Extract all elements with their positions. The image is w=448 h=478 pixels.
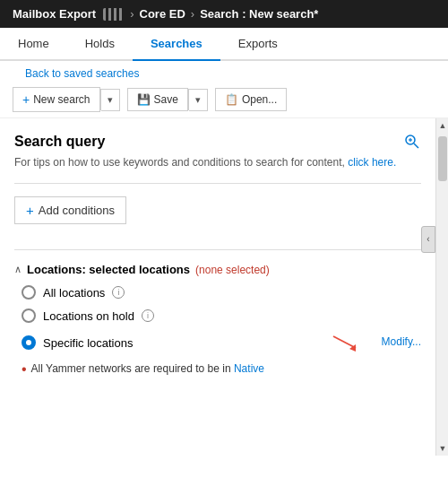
main-area: Search query For tips on how to use keyw… xyxy=(0,118,448,456)
radio-label-specific: Specific locations xyxy=(43,336,133,350)
search-query-title: Search query xyxy=(14,134,105,150)
radio-specific-locations[interactable]: Specific locations Modify... xyxy=(14,332,421,353)
radio-circle-specific[interactable] xyxy=(22,335,36,350)
native-link[interactable]: Native xyxy=(234,362,264,375)
native-notice-text: All Yammer networks are required to be i… xyxy=(31,362,264,375)
svg-line-4 xyxy=(333,336,356,348)
subtitle-text: For tips on how to use keywords and cond… xyxy=(14,156,345,169)
back-link[interactable]: Back to saved searches xyxy=(13,60,151,87)
open-label: Open... xyxy=(242,93,277,106)
breadcrumb-bar: Mailbox Export › Core ED › Search : New … xyxy=(0,0,448,28)
native-notice: • All Yammer networks are required to be… xyxy=(14,362,421,377)
breadcrumb-part3: Search : New search* xyxy=(200,7,318,21)
plus-icon: + xyxy=(22,92,30,107)
modify-arrow-indicator xyxy=(324,332,378,353)
divider1 xyxy=(14,183,421,184)
add-conditions-label: Add conditions xyxy=(39,204,115,217)
scroll-down-arrow[interactable]: ▼ xyxy=(436,441,448,456)
new-search-label: New search xyxy=(33,93,90,106)
scroll-thumb[interactable] xyxy=(438,136,447,181)
tab-holds[interactable]: Holds xyxy=(67,28,133,61)
info-icon-all[interactable]: i xyxy=(112,286,125,299)
new-search-dropdown[interactable]: ▾ xyxy=(101,89,120,111)
radio-item-right: Modify... xyxy=(324,332,421,353)
section-subtitle: For tips on how to use keywords and cond… xyxy=(14,154,421,170)
section-title: Search query xyxy=(14,133,421,151)
breadcrumb-part2: Core ED xyxy=(140,7,185,21)
content-panel: Search query For tips on how to use keyw… xyxy=(0,118,435,456)
radio-label-all: All locations xyxy=(43,286,105,300)
locations-status: (none selected) xyxy=(195,264,270,276)
toolbar: + New search ▾ 💾 Save ▾ 📋 Open... xyxy=(0,82,448,118)
bullet-icon: • xyxy=(22,362,27,377)
add-conditions-plus-icon: + xyxy=(26,203,34,218)
breadcrumb-part1: Mailbox Export xyxy=(13,7,96,21)
add-conditions-button[interactable]: + Add conditions xyxy=(14,196,126,224)
scroll-up-arrow[interactable]: ▲ xyxy=(436,118,448,133)
radio-circle-hold[interactable] xyxy=(22,309,36,323)
tab-home[interactable]: Home xyxy=(0,28,67,61)
locations-chevron-icon[interactable]: ∧ xyxy=(14,264,22,275)
query-settings-icon[interactable] xyxy=(403,133,421,151)
locations-title: Locations: selected locations xyxy=(27,263,190,276)
svg-line-1 xyxy=(414,143,418,148)
save-icon: 💾 xyxy=(137,93,151,106)
tab-searches[interactable]: Searches xyxy=(133,28,220,61)
open-icon: 📋 xyxy=(225,93,238,106)
info-icon-hold[interactable]: i xyxy=(142,309,154,322)
scrollbar[interactable]: ▲ ▼ xyxy=(435,118,448,456)
radio-all-locations[interactable]: All locations i xyxy=(14,285,421,300)
radio-label-hold: Locations on hold xyxy=(43,309,134,323)
radio-circle-all[interactable] xyxy=(22,285,36,300)
breadcrumb-icon xyxy=(103,8,123,21)
save-label: Save xyxy=(154,93,178,106)
locations-header: ∧ Locations: selected locations (none se… xyxy=(14,263,421,276)
collapse-panel-button[interactable]: ‹ xyxy=(421,226,435,253)
new-search-button[interactable]: + New search xyxy=(13,87,100,112)
save-dropdown[interactable]: ▾ xyxy=(189,89,208,111)
click-here-link[interactable]: click here. xyxy=(348,156,396,169)
divider2 xyxy=(14,249,421,250)
breadcrumb-sep2: › xyxy=(191,7,194,21)
save-button[interactable]: 💾 Save xyxy=(127,88,188,111)
open-button[interactable]: 📋 Open... xyxy=(215,88,287,111)
modify-link[interactable]: Modify... xyxy=(382,335,421,348)
breadcrumb-sep1: › xyxy=(130,7,134,21)
tab-bar: Home Holds Searches Exports xyxy=(0,28,448,61)
radio-locations-on-hold[interactable]: Locations on hold i xyxy=(14,309,421,323)
tab-exports[interactable]: Exports xyxy=(220,28,296,61)
